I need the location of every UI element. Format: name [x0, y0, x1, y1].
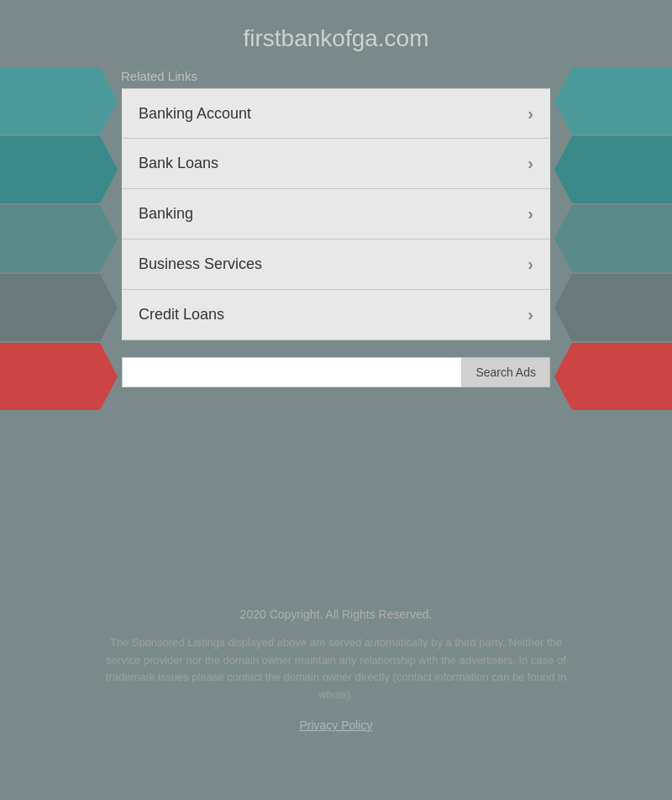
link-item-banking[interactable]: Banking›	[122, 189, 550, 239]
link-text-credit-loans: Credit Loans	[139, 306, 224, 324]
footer: 2020 Copyright. All Rights Reserved. The…	[0, 608, 672, 733]
links-container: Banking Account›Bank Loans›Banking›Busin…	[122, 88, 550, 340]
chevron-icon-banking-account: ›	[528, 104, 533, 124]
privacy-policy-link[interactable]: Privacy Policy	[299, 718, 372, 732]
chevron-icon-bank-loans: ›	[528, 154, 533, 173]
link-item-banking-account[interactable]: Banking Account›	[122, 88, 550, 139]
copyright-text: 2020 Copyright. All Rights Reserved.	[101, 608, 571, 621]
site-title: firstbankofga.com	[244, 25, 429, 52]
link-text-business-services: Business Services	[139, 255, 262, 273]
disclaimer-text: The Sponsored Listings displayed above a…	[101, 634, 571, 704]
link-text-bank-loans: Bank Loans	[139, 155, 218, 172]
chevron-icon-business-services: ›	[528, 255, 533, 274]
link-item-bank-loans[interactable]: Bank Loans›	[122, 139, 550, 189]
search-input[interactable]	[122, 357, 462, 387]
search-ads-button[interactable]: Search Ads	[462, 357, 550, 387]
chevron-icon-banking: ›	[528, 204, 533, 224]
link-text-banking: Banking	[139, 205, 193, 223]
related-links-label: Related Links	[121, 69, 197, 83]
link-item-business-services[interactable]: Business Services›	[122, 239, 550, 290]
link-item-credit-loans[interactable]: Credit Loans›	[122, 290, 550, 340]
search-container: Search Ads	[122, 357, 550, 387]
chevron-icon-credit-loans: ›	[528, 305, 533, 324]
main-content: firstbankofga.com Related Links Banking …	[0, 0, 672, 387]
link-text-banking-account: Banking Account	[139, 105, 251, 123]
